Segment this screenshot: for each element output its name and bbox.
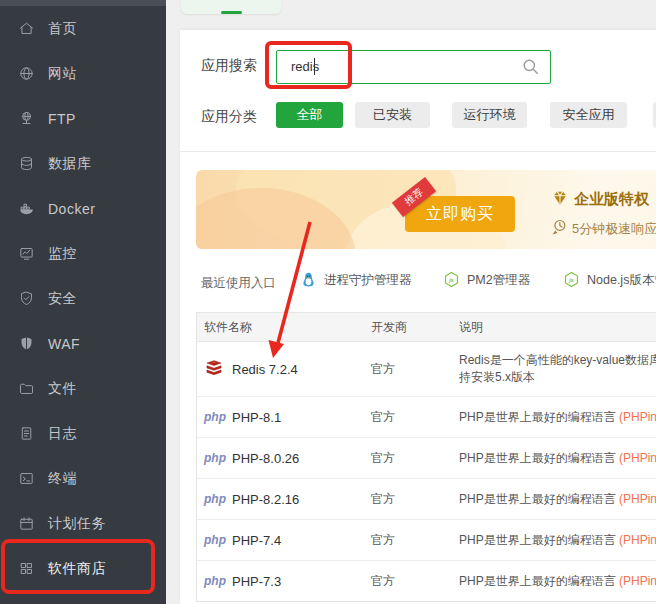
grid-icon (17, 560, 35, 578)
svg-text:js: js (448, 277, 454, 283)
terminal-icon (17, 470, 35, 488)
software-store-panel: 应用搜索 应用分类 全部已安装运行环境安全应用 立即购买 推荐 企业版特权 (180, 30, 656, 604)
folder-icon (17, 380, 35, 398)
app-developer: 官方 (365, 532, 451, 549)
quick-access-item[interactable]: js PM2管理器 (443, 271, 530, 290)
clock-icon (551, 218, 568, 235)
section-divider (180, 151, 656, 152)
svg-text:js: js (568, 277, 574, 283)
php-icon: php (204, 410, 224, 424)
table-header-row: 软件名称 开发商 说明 (197, 313, 656, 342)
home-icon (17, 20, 35, 38)
app-developer: 官方 (365, 450, 451, 467)
app-description-link[interactable]: (PHPinfo) (619, 533, 656, 547)
table-row[interactable]: php PHP-8.1 官方 PHP是世界上最好的编程语言 (PHPinfo) (197, 396, 656, 437)
sidebar-item-globe[interactable]: 网站 (0, 51, 166, 96)
app-description-link[interactable]: (PHPinfo) (619, 574, 656, 588)
sidebar: 首页 网站 FTP 数据库 Docker 监控 安全 WAF 文件 日志 终端 (0, 0, 166, 604)
sidebar-item-label: 计划任务 (48, 515, 106, 533)
ftp-icon (17, 110, 35, 128)
quick-access-item-label: PM2管理器 (467, 272, 530, 289)
quick-access-item[interactable]: js Node.js版本管理器 (563, 271, 656, 290)
sidebar-item-label: 监控 (48, 245, 77, 263)
app-description: PHP是世界上最好的编程语言 (PHPinfo) (451, 491, 656, 508)
sidebar-item-calendar[interactable]: 计划任务 (0, 501, 166, 546)
tab-active-indicator (221, 11, 242, 14)
sidebar-item-shield[interactable]: WAF (0, 321, 166, 366)
gem-icon (551, 189, 569, 206)
sidebar-item-monitor[interactable]: 监控 (0, 231, 166, 276)
recent-entry-label: 最近使用入口 (201, 275, 276, 292)
sidebar-item-log[interactable]: 日志 (0, 411, 166, 456)
app-description: PHP是世界上最好的编程语言 (PHPinfo) (451, 532, 656, 549)
quick-access-item-label: 进程守护管理器 (324, 272, 412, 289)
sidebar-item-terminal[interactable]: 终端 (0, 456, 166, 501)
sidebar-item-label: 数据库 (48, 155, 92, 173)
sidebar-item-label: 文件 (48, 380, 77, 398)
app-description-link[interactable]: (PHPinfo) (619, 492, 656, 506)
calendar-icon (17, 515, 35, 533)
php-icon: php (204, 533, 224, 547)
category-button-3[interactable]: 运行环境 (452, 102, 527, 128)
app-developer: 官方 (365, 409, 451, 426)
text-caret (314, 58, 315, 75)
main-area: 应用搜索 应用分类 全部已安装运行环境安全应用 立即购买 推荐 企业版特权 (166, 0, 656, 604)
sidebar-item-ftp[interactable]: FTP (0, 96, 166, 141)
enterprise-privilege-title[interactable]: 企业版特权 (574, 190, 649, 209)
quick-access-item-label: Node.js版本管理器 (587, 272, 656, 289)
log-icon (17, 425, 35, 443)
app-name: PHP-8.2.16 (232, 492, 299, 507)
search-box (276, 50, 551, 84)
php-icon: php (204, 492, 224, 506)
app-description-link[interactable]: (PHPinfo) (619, 410, 656, 424)
sidebar-item-label: 日志 (48, 425, 77, 443)
app-description: PHP是世界上最好的编程语言 (PHPinfo) (451, 409, 656, 426)
app-developer: 官方 (365, 361, 451, 378)
app-description: Redis是一个高性能的key-value数据库，支持安装5.x版本 (451, 352, 656, 386)
table-row[interactable]: php PHP-7.3 官方 PHP是世界上最好的编程语言 (PHPinfo) (197, 560, 656, 601)
sidebar-item-home[interactable]: 首页 (0, 6, 166, 51)
table-row[interactable]: php PHP-8.2.16 官方 PHP是世界上最好的编程语言 (PHPinf… (197, 478, 656, 519)
table-row[interactable]: Redis 7.2.4 官方 Redis是一个高性能的key-value数据库，… (197, 342, 656, 396)
sidebar-item-grid[interactable]: 软件商店 (0, 546, 166, 591)
node-icon: js (563, 271, 580, 290)
app-developer: 官方 (365, 491, 451, 508)
php-icon: php (204, 574, 224, 588)
monitor-icon (17, 245, 35, 263)
sidebar-item-label: 终端 (48, 470, 77, 488)
globe-icon (17, 65, 35, 83)
node-icon: js (443, 271, 460, 290)
promo-banner: 立即购买 推荐 企业版特权 5分钟极速响应 (196, 170, 656, 249)
redis-icon (204, 358, 224, 381)
sidebar-item-docker[interactable]: Docker (0, 186, 166, 231)
software-table: 软件名称 开发商 说明 Redis 7.2.4 官方 Redis是一个高性能的k… (196, 312, 656, 602)
app-name: PHP-7.4 (232, 533, 281, 548)
quick-access-item[interactable]: 进程守护管理器 (300, 271, 412, 290)
sidebar-item-database[interactable]: 数据库 (0, 141, 166, 186)
search-icon[interactable] (521, 57, 540, 76)
search-label: 应用搜索 (201, 57, 257, 75)
table-row[interactable]: php PHP-7.4 官方 PHP是世界上最好的编程语言 (PHPinfo) (197, 519, 656, 560)
linux-icon (300, 271, 317, 290)
active-page-tab[interactable] (181, 0, 281, 14)
header-description: 说明 (451, 319, 656, 336)
category-button-2[interactable]: 已安装 (355, 102, 430, 128)
app-name: PHP-8.1 (232, 410, 281, 425)
search-input[interactable] (289, 58, 513, 75)
app-description: PHP是世界上最好的编程语言 (PHPinfo) (451, 573, 656, 590)
table-row[interactable]: php PHP-8.0.26 官方 PHP是世界上最好的编程语言 (PHPinf… (197, 437, 656, 478)
app-description: PHP是世界上最好的编程语言 (PHPinfo) (451, 450, 656, 467)
sidebar-item-folder[interactable]: 文件 (0, 366, 166, 411)
sidebar-item-label: 首页 (48, 20, 77, 38)
app-name: PHP-7.3 (232, 574, 281, 589)
sidebar-item-label: Docker (48, 201, 95, 217)
php-icon: php (204, 451, 224, 465)
sidebar-item-shield-check[interactable]: 安全 (0, 276, 166, 321)
app-description-link[interactable]: (PHPinfo) (619, 451, 656, 465)
sidebar-item-label: 安全 (48, 290, 77, 308)
category-button-4[interactable]: 安全应用 (550, 102, 627, 128)
category-button-1[interactable]: 全部 (276, 102, 343, 128)
sidebar-item-label: WAF (48, 336, 80, 352)
header-software-name: 软件名称 (197, 319, 365, 336)
sidebar-item-label: 软件商店 (48, 560, 106, 578)
